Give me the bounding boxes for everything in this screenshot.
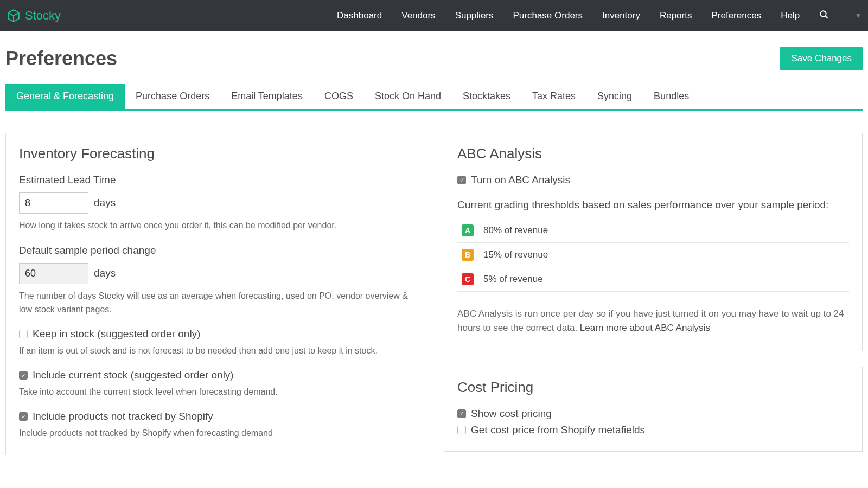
keep-in-stock-checkbox[interactable] (19, 330, 28, 338)
svg-point-0 (820, 11, 826, 17)
nav-dashboard[interactable]: Dashboard (337, 10, 382, 21)
user-menu-caret-icon[interactable]: ▼ (855, 12, 861, 20)
nav-vendors[interactable]: Vendors (401, 10, 435, 21)
tab-tax-rates[interactable]: Tax Rates (521, 84, 586, 109)
abc-grade-c-row: C 5% of revenue (457, 267, 849, 292)
nav-suppliers[interactable]: Suppliers (455, 10, 494, 21)
sample-period-help: The number of days Stocky will use as an… (19, 290, 411, 317)
content: Inventory Forecasting Estimated Lead Tim… (0, 111, 868, 471)
primary-nav: Dashboard Vendors Suppliers Purchase Ord… (337, 10, 861, 22)
right-column: ABC Analysis ✓ Turn on ABC Analysis Curr… (444, 133, 863, 471)
abc-title: ABC Analysis (457, 145, 849, 162)
keep-in-stock-help: If an item is out of stock and is not fo… (19, 344, 411, 357)
nav-preferences[interactable]: Preferences (711, 10, 761, 21)
abc-note: ABC Analysis is run once per day so if y… (457, 307, 849, 336)
include-untracked-label: Include products not tracked by Shopify (33, 410, 213, 422)
lead-time-unit: days (94, 197, 116, 209)
sample-period-label: Default sample period change (19, 245, 411, 256)
grade-c-badge: C (462, 273, 474, 285)
include-current-stock-help: Take into account the current stock leve… (19, 386, 411, 399)
lead-time-help: How long it takes stock to arrive once y… (19, 219, 411, 233)
page-title: Preferences (5, 47, 117, 70)
nav-purchase-orders[interactable]: Purchase Orders (513, 10, 583, 21)
tab-bundles[interactable]: Bundles (643, 84, 700, 109)
sample-period-unit: days (94, 267, 116, 279)
tab-cogs[interactable]: COGS (314, 84, 364, 109)
grade-a-badge: A (462, 224, 474, 236)
grade-c-label: 5% of revenue (483, 274, 543, 285)
include-untracked-checkbox[interactable]: ✓ (19, 412, 28, 421)
abc-learn-more-link[interactable]: Learn more about ABC Analysis (580, 323, 710, 333)
stocky-box-icon (7, 9, 21, 23)
brand-logo[interactable]: Stocky (7, 9, 61, 23)
forecasting-title: Inventory Forecasting (19, 145, 411, 162)
abc-enable-label: Turn on ABC Analysis (471, 174, 570, 186)
save-changes-button[interactable]: Save Changes (780, 47, 863, 70)
cost-from-metafields-checkbox[interactable] (457, 426, 466, 434)
tab-syncing[interactable]: Syncing (586, 84, 643, 109)
tab-purchase-orders[interactable]: Purchase Orders (125, 84, 220, 109)
sample-change-link[interactable]: change (122, 245, 156, 256)
nav-help[interactable]: Help (781, 10, 800, 21)
abc-panel: ABC Analysis ✓ Turn on ABC Analysis Curr… (444, 133, 863, 351)
keep-in-stock-label: Keep in stock (suggested order only) (33, 328, 200, 340)
topbar: Stocky Dashboard Vendors Suppliers Purch… (0, 0, 868, 31)
tab-stock-on-hand[interactable]: Stock On Hand (364, 84, 452, 109)
grade-b-badge: B (462, 249, 474, 261)
forecasting-panel: Inventory Forecasting Estimated Lead Tim… (5, 133, 424, 455)
tab-email-templates[interactable]: Email Templates (220, 84, 314, 109)
cost-pricing-title: Cost Pricing (457, 379, 849, 396)
abc-thresholds-desc: Current grading thresholds based on sale… (457, 199, 849, 211)
tab-general-forecasting[interactable]: General & Forecasting (5, 84, 125, 109)
grade-b-label: 15% of revenue (483, 249, 548, 260)
include-untracked-help: Include products not tracked by Shopify … (19, 427, 411, 440)
cost-pricing-panel: Cost Pricing ✓ Show cost pricing Get cos… (444, 367, 863, 452)
nav-reports[interactable]: Reports (660, 10, 692, 21)
show-cost-pricing-label: Show cost pricing (471, 408, 552, 420)
brand-name: Stocky (25, 9, 61, 23)
sample-period-input[interactable] (19, 263, 88, 284)
search-icon[interactable] (819, 10, 829, 22)
nav-inventory[interactable]: Inventory (602, 10, 640, 21)
lead-time-input[interactable] (19, 192, 88, 214)
lead-time-label: Estimated Lead Time (19, 174, 411, 186)
include-current-stock-checkbox[interactable]: ✓ (19, 371, 28, 380)
include-current-stock-label: Include current stock (suggested order o… (33, 369, 234, 381)
grade-a-label: 80% of revenue (483, 225, 548, 236)
cost-from-metafields-label: Get cost price from Shopify metafields (471, 424, 645, 436)
abc-grade-a-row: A 80% of revenue (457, 219, 849, 243)
preferences-tabs: General & Forecasting Purchase Orders Em… (5, 84, 863, 111)
abc-enable-checkbox[interactable]: ✓ (457, 176, 466, 184)
left-column: Inventory Forecasting Estimated Lead Tim… (5, 133, 424, 471)
tab-stocktakes[interactable]: Stocktakes (452, 84, 521, 109)
show-cost-pricing-checkbox[interactable]: ✓ (457, 409, 466, 418)
page-header: Preferences Save Changes (0, 31, 868, 84)
abc-grade-b-row: B 15% of revenue (457, 243, 849, 267)
